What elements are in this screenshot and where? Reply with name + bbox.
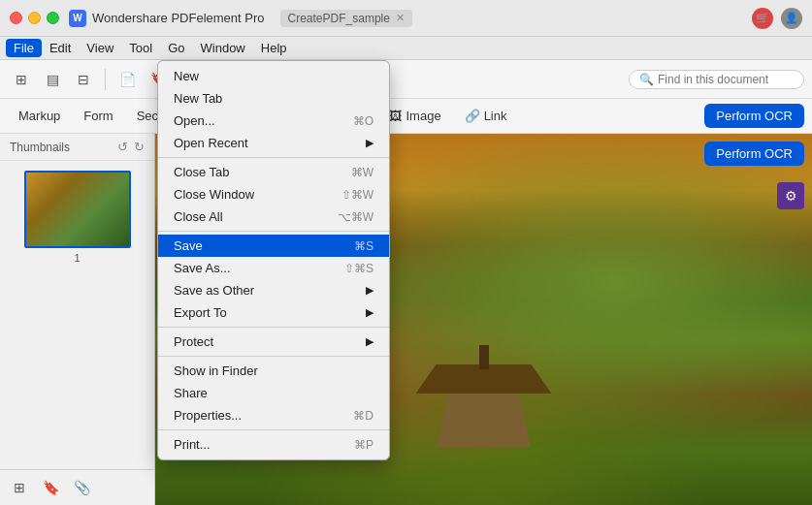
- menu-item-close-all[interactable]: Close All⌥⌘W: [158, 205, 389, 228]
- tab-area: CreatePDF_sample ✕: [280, 10, 412, 27]
- thumbnail-image: [26, 173, 129, 246]
- menu-item-label: New: [174, 69, 199, 83]
- menu-item-shortcut: ⌘D: [353, 409, 374, 423]
- menu-item-label: Open...: [174, 113, 215, 128]
- menu-item-save-as-other[interactable]: Save as Other▶: [158, 279, 389, 301]
- menu-item-label: Close Tab: [174, 165, 230, 179]
- sidebar-tool-1[interactable]: ⊞: [6, 474, 33, 501]
- fullscreen-button[interactable]: [47, 12, 59, 24]
- tab-name: CreatePDF_sample: [288, 12, 390, 25]
- sep1: [105, 69, 106, 90]
- menu-item-show-in-finder[interactable]: Show in Finder: [158, 360, 389, 382]
- menu-item-label: Share: [174, 386, 208, 400]
- menu-item-shortcut: ⌘W: [351, 166, 374, 179]
- titlebar-user-icon[interactable]: 🛒: [752, 8, 773, 29]
- sidebar-bottom-tools: ⊞ 🔖 📎: [0, 469, 154, 505]
- menu-item-label: Properties...: [174, 408, 242, 423]
- traffic-lights: [10, 12, 59, 24]
- menu-separator: [158, 231, 389, 232]
- file-dropdown-menu[interactable]: NewNew TabOpen...⌘OOpen Recent▶Close Tab…: [157, 60, 390, 460]
- menu-item-open[interactable]: Open...⌘O: [158, 110, 389, 132]
- perform-ocr-button-2[interactable]: Perform OCR: [704, 142, 804, 166]
- menu-item-shortcut: ⌘S: [354, 239, 374, 253]
- panel-view-icon[interactable]: ⊟: [70, 66, 97, 93]
- sidebar-content: 1: [0, 161, 154, 469]
- menu-item-shortcut: ⇧⌘S: [344, 262, 374, 275]
- menu-item-label: Close Window: [174, 187, 254, 202]
- menu-item-share[interactable]: Share: [158, 382, 389, 404]
- menu-window[interactable]: Window: [193, 39, 253, 57]
- submenu-arrow-icon: ▶: [366, 137, 374, 149]
- menu-item-label: Close All: [174, 209, 223, 224]
- menu-item-shortcut: ⌘O: [353, 114, 374, 128]
- pages-icon[interactable]: 📄: [114, 66, 141, 93]
- menu-item-label: Save As...: [174, 261, 231, 275]
- link-icon: 🔗: [465, 109, 480, 123]
- submenu-arrow-icon: ▶: [366, 335, 374, 348]
- sidebar-controls: ↺ ↻: [117, 140, 145, 154]
- app-title: Wondershare PDFelement Pro: [92, 11, 265, 25]
- layout-view-icon[interactable]: ▤: [39, 66, 66, 93]
- form-tab[interactable]: Form: [73, 104, 123, 128]
- menu-item-label: New Tab: [174, 91, 222, 106]
- menu-item-shortcut: ⌘P: [354, 438, 374, 452]
- menu-item-label: Protect: [174, 334, 213, 349]
- menu-item-shortcut: ⇧⌘W: [341, 188, 374, 202]
- side-panel-icon[interactable]: ⚙: [777, 182, 804, 209]
- menu-tool[interactable]: Tool: [121, 39, 160, 57]
- search-input[interactable]: [658, 73, 794, 86]
- menu-item-print[interactable]: Print...⌘P: [158, 433, 389, 456]
- menu-item-label: Show in Finder: [174, 363, 258, 378]
- markup-tab[interactable]: Markup: [8, 104, 71, 128]
- menu-item-open-recent[interactable]: Open Recent▶: [158, 132, 389, 154]
- perform-ocr-button[interactable]: Perform OCR: [704, 104, 804, 128]
- minimize-button[interactable]: [28, 12, 41, 24]
- menu-separator: [158, 429, 389, 430]
- titlebar-profile-icon[interactable]: 👤: [781, 8, 802, 29]
- menu-edit[interactable]: Edit: [42, 39, 79, 57]
- menu-item-label: Save as Other: [174, 283, 254, 298]
- sidebar-undo-icon[interactable]: ↺: [117, 140, 128, 154]
- toolbar-main: ⊞ ▤ ⊟ 📄 🔖 67% ▼ 🔍: [0, 60, 812, 99]
- sidebar-tool-2[interactable]: 🔖: [37, 474, 64, 501]
- submenu-arrow-icon: ▶: [366, 306, 374, 319]
- toolbar1-right: 🔍: [629, 70, 804, 89]
- sidebar-header: Thumbnails ↺ ↻: [0, 134, 154, 161]
- sidebar-redo-icon[interactable]: ↻: [134, 140, 145, 154]
- search-box[interactable]: 🔍: [629, 70, 804, 89]
- app-icon: W: [69, 10, 86, 27]
- grid-view-icon[interactable]: ⊞: [8, 66, 35, 93]
- menu-item-save-as[interactable]: Save As...⇧⌘S: [158, 257, 389, 279]
- menu-item-close-tab[interactable]: Close Tab⌘W: [158, 161, 389, 183]
- thumbnail-1[interactable]: [24, 171, 131, 248]
- toolbar-secondary: Markup Form Security Tool Batch ▼ T Text…: [0, 99, 812, 134]
- menu-item-label: Save: [174, 238, 203, 253]
- page-number-1: 1: [74, 252, 80, 264]
- menu-view[interactable]: View: [79, 39, 121, 57]
- menu-item-close-window[interactable]: Close Window⇧⌘W: [158, 183, 389, 205]
- menu-go[interactable]: Go: [160, 39, 192, 57]
- menu-item-label: Open Recent: [174, 136, 248, 150]
- menu-item-save[interactable]: Save⌘S: [158, 235, 389, 257]
- close-button[interactable]: [10, 12, 22, 24]
- ocr-button-overlay: Perform OCR: [704, 142, 804, 166]
- menu-item-protect[interactable]: Protect▶: [158, 331, 389, 353]
- menu-item-properties[interactable]: Properties...⌘D: [158, 404, 389, 426]
- menu-item-export-to[interactable]: Export To▶: [158, 301, 389, 324]
- menu-item-label: Print...: [174, 437, 211, 452]
- menu-separator: [158, 327, 389, 328]
- link-btn[interactable]: 🔗 Link: [454, 104, 518, 128]
- sidebar-title: Thumbnails: [10, 141, 70, 154]
- gazebo-illustration: [406, 331, 562, 447]
- menu-item-label: Export To: [174, 305, 227, 320]
- sidebar-tool-3[interactable]: 📎: [68, 474, 95, 501]
- menu-item-shortcut: ⌥⌘W: [338, 210, 374, 224]
- menu-item-new-tab[interactable]: New Tab: [158, 87, 389, 110]
- titlebar-right: 🛒 👤: [752, 8, 802, 29]
- menu-separator: [158, 356, 389, 357]
- tab-close-button[interactable]: ✕: [396, 12, 405, 24]
- menu-help[interactable]: Help: [253, 39, 295, 57]
- menu-file[interactable]: File: [6, 39, 42, 57]
- menu-item-new[interactable]: New: [158, 65, 389, 87]
- search-icon: 🔍: [639, 73, 654, 86]
